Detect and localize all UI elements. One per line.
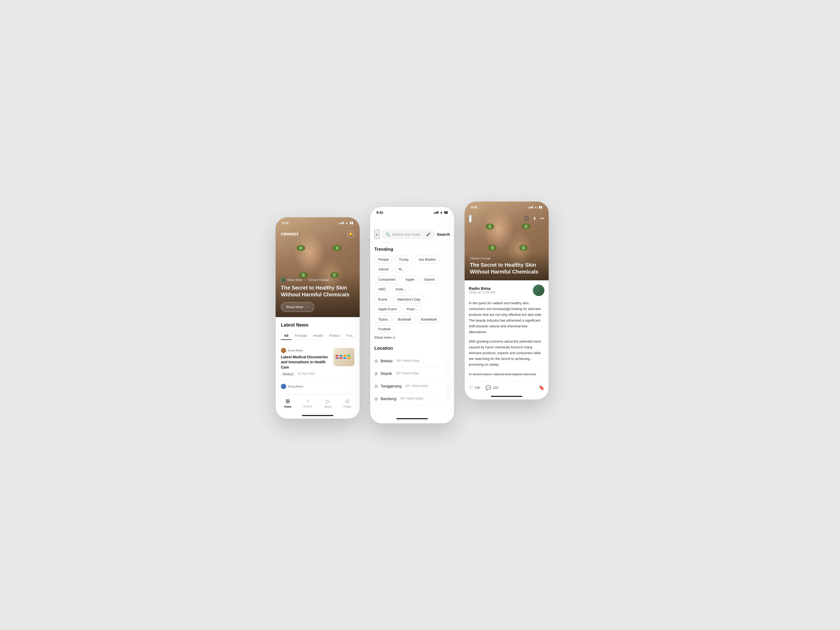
battery-icon-2: ▮▮ (444, 210, 448, 214)
news-item-2[interactable]: Stang Motor (281, 380, 354, 395)
bookmark-icon-3[interactable]: ☆ (446, 384, 450, 388)
read-more-button[interactable]: Read More → (281, 302, 314, 312)
search-button[interactable]: Search (437, 232, 450, 237)
news-date-1: 30 Sept 2023 (298, 372, 315, 376)
cucumber-a4 (519, 245, 527, 251)
microphone-icon[interactable]: 🎤 (426, 232, 431, 237)
chevron-down-icon: ∨ (393, 335, 395, 339)
article-title: The Secret to Healthy Skin Without Harmf… (470, 261, 543, 275)
tag-companies[interactable]: Companies (374, 276, 399, 283)
watch-icon: ▷ (326, 398, 330, 404)
tag-insta[interactable]: Insta... (392, 285, 410, 293)
wifi-icon-2: ▲ (440, 210, 443, 214)
tab-politics[interactable]: Politics (326, 332, 343, 339)
location-item-tanggerang[interactable]: ◎ Tanggerang 64+ News today ☆ (374, 380, 450, 392)
tag-apple-event[interactable]: Apple Event (374, 305, 401, 313)
like-button[interactable]: ♡ 24k (469, 385, 480, 391)
cucumber-a3 (488, 245, 497, 251)
tag-topics[interactable]: Topics (374, 316, 392, 323)
back-button[interactable]: ‹ (374, 230, 379, 239)
signal-icon (339, 221, 344, 224)
author-info: Radio Bima Today at 11:40 AM (469, 286, 495, 294)
trending-label: Trending (374, 247, 450, 252)
source-avatar-1 (281, 348, 286, 353)
tab-football[interactable]: Football (292, 332, 310, 339)
tag-pram[interactable]: Pram... (403, 305, 422, 313)
tag-football[interactable]: Football (374, 325, 394, 333)
tag-event[interactable]: Event (374, 295, 391, 303)
trending-tags-row-4: Topics Baseball Basketball Football (374, 316, 450, 333)
explore-icon: ○ (306, 398, 309, 404)
author-row: Radio Bima Today at 11:40 AM (469, 284, 545, 296)
hero-category: Climate Change (308, 278, 329, 281)
comment-button[interactable]: 💬 102 (485, 385, 499, 391)
more-options-icon[interactable]: ••• (540, 216, 545, 221)
latest-news-title: Latest News (281, 322, 354, 328)
save-button[interactable]: 🔖 (538, 385, 545, 391)
author-avatar (533, 284, 545, 296)
city-count-1: 64+ News today (396, 359, 419, 363)
tab-health[interactable]: Health (310, 332, 326, 339)
news-thumbnail-1 (333, 348, 354, 366)
bookmark-icon-4[interactable]: ☆ (446, 396, 450, 401)
cucumber-1 (297, 245, 305, 251)
article-body: In the quest for radiant and healthy ski… (469, 300, 545, 377)
tag-xiaomi[interactable]: Xiaomi (420, 276, 439, 283)
pin-icon-1: ◎ (374, 358, 378, 363)
tag-basketball[interactable]: Basketball (417, 316, 441, 323)
news-title-1: Latest Medical Discoveries and Innovatio… (281, 355, 330, 370)
location-item-bandung[interactable]: ◎ Bandung 64+ News today ☆ (374, 392, 450, 405)
profile-icon: ⊙ (345, 398, 350, 404)
nav-home[interactable]: ⊞ Home (284, 398, 292, 408)
explore-label: Explore (303, 405, 313, 408)
profile-label: Profile (344, 405, 351, 408)
tab-all[interactable]: All (281, 332, 292, 339)
source-label-1: Kunci Motor (288, 349, 303, 352)
notification-bell-button[interactable]: 🔔 (347, 231, 354, 238)
home-indicator-2 (396, 418, 428, 419)
phone-home: 9:41 ▲ ▮▮ néweist 🔔 Radio Bima (276, 217, 360, 419)
tag-trump[interactable]: Trump (395, 256, 412, 263)
search-placeholder: Search any news (392, 232, 424, 237)
search-bar[interactable]: 🔍 Search any news 🎤 (382, 230, 434, 239)
tag-apple[interactable]: Apple (402, 276, 418, 283)
show-more-button[interactable]: Show more ∨ (374, 335, 450, 339)
status-icons: ▲ ▮▮ (339, 221, 353, 225)
source-avatar-2 (281, 384, 286, 389)
nav-explore[interactable]: ○ Explore (303, 398, 313, 408)
article-actions: ♡ 24k 💬 102 🔖 (469, 381, 545, 394)
location-item-bekasi[interactable]: ◎ Bekasi 64+ News today ☆ (374, 355, 450, 367)
tag-jokowi[interactable]: Jokowi (374, 265, 393, 273)
share-icon[interactable]: ⬆ (533, 216, 536, 221)
bookmark-icon-1[interactable]: ☆ (446, 358, 450, 363)
headphone-icon[interactable]: 🎧 (524, 216, 529, 221)
bookmark-icon-2[interactable]: ☆ (446, 371, 450, 376)
tag-m[interactable]: M... (395, 265, 409, 273)
home-indicator-3 (491, 396, 523, 397)
back-button-article[interactable]: ‹ (469, 215, 472, 223)
hero-overlay: Radio Bima • Climate Change The Secret t… (276, 272, 360, 317)
nav-watch[interactable]: ▷ Watch (324, 398, 332, 408)
status-bar: 9:41 ▲ ▮▮ (276, 217, 360, 227)
status-time: 9:41 (282, 221, 289, 225)
article-paragraph-2: With growing concerns about the potentia… (469, 339, 545, 368)
news-item[interactable]: Kunci Motor Latest Medical Discoveries a… (281, 344, 354, 381)
city-count-3: 64+ News today (406, 384, 428, 388)
status-bar-2: 9:41 ▲ ▮▮ (370, 207, 454, 216)
news-source-row: Kunci Motor (281, 348, 330, 353)
tag-hbo[interactable]: HBO (374, 285, 390, 293)
location-item-depok[interactable]: ◎ Depok 64+ News today ☆ (374, 367, 450, 380)
hero-title: The Secret to Healthy Skin Without Harmf… (281, 284, 354, 298)
home-icon: ⊞ (286, 398, 290, 404)
phone-search: 9:41 ▲ ▮▮ ‹ 🔍 Search any news 🎤 Search (370, 207, 454, 423)
tag-people[interactable]: People (374, 256, 393, 263)
nav-profile[interactable]: ⊙ Profile (344, 398, 351, 408)
tag-joe-bidden[interactable]: Joe Bidden (415, 256, 440, 263)
news-meta-1: Medical 30 Sept 2023 (281, 372, 330, 376)
tag-baseball[interactable]: Baseball (394, 316, 415, 323)
trending-tags-row-1: People Trump Joe Bidden Jokowi M... (374, 256, 450, 273)
location-section: Location ◎ Bekasi 64+ News today ☆ ◎ (374, 346, 450, 405)
tag-valentines[interactable]: Valentine's Day (393, 295, 424, 303)
tab-more[interactable]: Foo... (343, 332, 358, 339)
author-name: Radio Bima (469, 286, 495, 291)
